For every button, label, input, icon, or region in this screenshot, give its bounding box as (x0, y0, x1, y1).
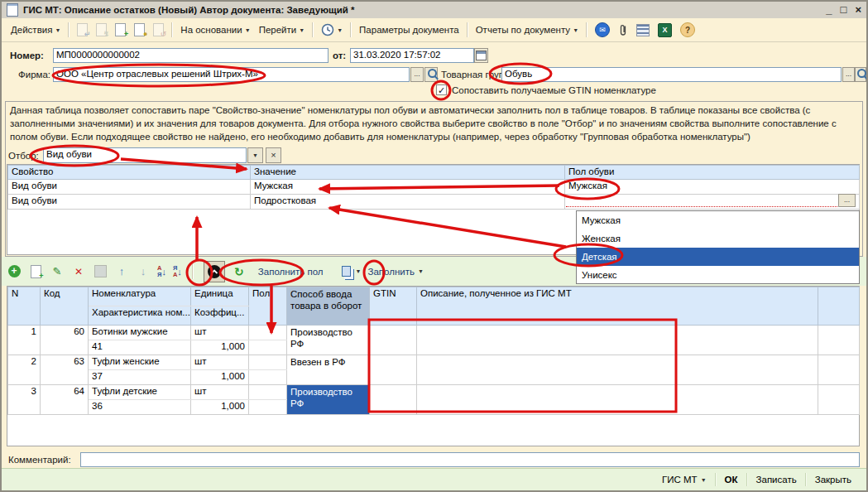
cell-unit[interactable]: шт (191, 355, 249, 370)
unpost-document-icon[interactable]: ↯ (96, 23, 107, 36)
cell-property[interactable]: Вид обуви (8, 180, 251, 195)
cell-unit[interactable]: шт (191, 385, 249, 400)
col-gender: Пол обуви (565, 166, 860, 180)
cell-n[interactable]: 2 (8, 355, 41, 385)
save-button[interactable] (93, 264, 108, 279)
filter-field[interactable]: Вид обуви (43, 147, 247, 163)
comment-input[interactable] (80, 452, 860, 467)
group-search-button[interactable] (855, 67, 866, 82)
gtin-match-checkbox[interactable]: ✓ (436, 84, 447, 95)
cell-n[interactable]: 3 (8, 385, 41, 415)
document-reports-button[interactable]: Отчеты по документу▼ (472, 23, 583, 36)
cell-value[interactable]: Подростковая (251, 195, 565, 210)
cell-description[interactable] (417, 385, 818, 415)
excel-icon[interactable]: X (658, 23, 672, 37)
cell-coefficient[interactable]: 1,000 (191, 340, 249, 355)
filter-clear-button[interactable]: × (266, 147, 281, 163)
paperclip-icon[interactable] (618, 23, 628, 37)
ok-button[interactable]: ОК (717, 472, 746, 487)
document-params-button[interactable]: Параметры документа (355, 23, 463, 36)
col-n: N (8, 287, 41, 326)
filter-dropdown-button[interactable]: ▼ (247, 147, 263, 163)
chevron-down-icon: ▼ (55, 27, 60, 33)
cell-code[interactable]: 60 (41, 326, 89, 355)
cell-characteristic[interactable]: 36 (89, 400, 191, 415)
number-label: Номер: (10, 51, 44, 60)
move-up-button[interactable]: ↑ (114, 264, 129, 279)
cell-characteristic[interactable]: 41 (89, 340, 191, 355)
cell-gender[interactable] (249, 385, 287, 400)
help-icon[interactable]: ? (680, 22, 695, 37)
maximize-button[interactable]: □ (841, 4, 847, 16)
cell-gtin[interactable] (370, 385, 417, 415)
cell-unit[interactable]: шт (191, 326, 249, 340)
fill-button[interactable]: Заполнить▼ (368, 267, 424, 277)
cell-nomenclature[interactable]: Туфли детские (89, 385, 191, 400)
cell-nomenclature[interactable]: Ботинки мужские (89, 326, 191, 340)
cell-gtin[interactable] (370, 326, 417, 355)
actions-button[interactable]: Действия▼ (7, 23, 65, 36)
collapse-panel-button[interactable] (204, 261, 225, 282)
firm-ellipsis-button[interactable]: ... (410, 67, 424, 82)
number-field[interactable]: МП0000000000002 (53, 48, 328, 63)
dropdown-option-selected[interactable]: Детская (577, 248, 859, 266)
fill-from-button[interactable]: ▼ (342, 266, 362, 277)
write-button[interactable]: Записать (748, 472, 805, 487)
cell-coefficient[interactable]: 1,000 (191, 400, 249, 415)
cell-entry-method[interactable]: Производство РФ (287, 326, 370, 355)
copy-document-icon[interactable]: + (115, 23, 126, 36)
structure-icon[interactable] (636, 24, 650, 36)
fill-gender-button[interactable]: Заполнить пол (258, 267, 324, 277)
sort-desc-button[interactable]: ЯА↓ (173, 265, 182, 277)
cell-code[interactable]: 63 (41, 355, 89, 385)
mail-icon[interactable]: ✉ (595, 22, 610, 37)
write-document-icon[interactable]: ● (134, 23, 145, 36)
basis-button[interactable]: На основании▼ (176, 23, 254, 36)
move-down-button[interactable]: ↓ (136, 264, 151, 279)
cell-gender[interactable]: Мужская (565, 180, 860, 195)
chevron-down-icon: ▼ (299, 27, 305, 33)
reread-document-icon[interactable]: ↺ (153, 23, 164, 36)
cell-entry-method[interactable]: Ввезен в РФ (287, 355, 370, 385)
dropdown-option[interactable]: Женская (577, 229, 859, 248)
cell-characteristic[interactable]: 37 (89, 370, 191, 385)
cell-coefficient[interactable]: 1,000 (191, 370, 249, 385)
close-button[interactable]: × (855, 4, 861, 16)
refresh-button[interactable]: ↻ (232, 264, 247, 279)
col-gender: Пол (249, 287, 287, 326)
minimize-button[interactable]: _ (826, 4, 832, 16)
products-table-area: N Код Номенклатура Единица Пол Способ вв… (7, 286, 860, 446)
edit-button[interactable]: ✎ (50, 264, 65, 279)
calendar-icon (476, 51, 487, 60)
cell-value[interactable]: Мужская (251, 180, 565, 195)
gis-mt-button[interactable]: ГИС МТ▼ (654, 472, 715, 487)
cell-code[interactable]: 64 (41, 385, 89, 415)
post-document-icon[interactable]: ↵ (77, 23, 88, 36)
cell-entry-method-selected[interactable]: Производство РФ (287, 385, 370, 415)
add-copy-button[interactable]: + (28, 264, 43, 279)
gender-ellipsis-button[interactable]: ... (838, 194, 856, 207)
time-button[interactable]: ▼ (317, 22, 347, 38)
cell-gender[interactable] (249, 355, 287, 370)
cell-description[interactable] (417, 326, 818, 355)
dropdown-option[interactable]: Мужская (577, 211, 859, 229)
cell-gender[interactable] (249, 326, 287, 340)
goto-button[interactable]: Перейти▼ (255, 23, 309, 36)
calendar-button[interactable] (474, 48, 488, 63)
delete-button[interactable]: ✕ (71, 264, 86, 279)
sort-asc-button[interactable]: АЯ↓ (157, 265, 166, 277)
date-field[interactable]: 31.03.2020 17:57:02 (350, 48, 474, 63)
add-button[interactable]: + (7, 264, 22, 279)
dropdown-option[interactable]: Унисекс (577, 266, 859, 284)
col-gtin: GTIN (370, 287, 417, 326)
firm-field[interactable]: ООО «Центр отраслевых решений Штрих-М» (53, 67, 410, 82)
cell-nomenclature[interactable]: Туфли женские (89, 355, 191, 370)
cell-gtin[interactable] (370, 355, 417, 385)
close-form-button[interactable]: Закрыть (807, 472, 860, 487)
cell-n[interactable]: 1 (8, 326, 41, 355)
group-ellipsis-button[interactable]: ... (842, 67, 855, 82)
firm-search-button[interactable] (424, 67, 438, 82)
cell-property[interactable]: Вид обуви (8, 195, 251, 210)
cell-description[interactable] (417, 355, 818, 385)
product-group-field[interactable]: Обувь (501, 67, 842, 82)
